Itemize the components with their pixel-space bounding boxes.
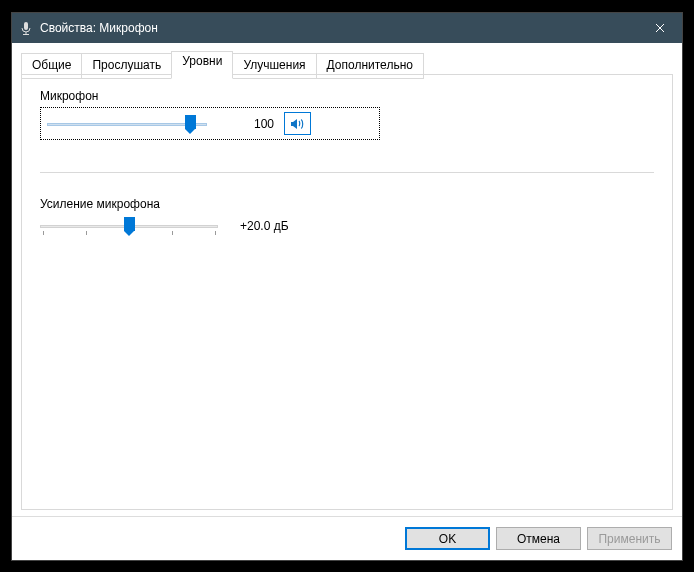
group-boost-label: Усиление микрофона: [40, 197, 654, 211]
boost-value: +20.0 дБ: [240, 219, 310, 233]
slider-tick: [215, 231, 216, 235]
dialog-buttons: OK Отмена Применить: [12, 516, 682, 560]
speaker-icon: [290, 117, 306, 131]
cancel-button[interactable]: Отмена: [496, 527, 581, 550]
microphone-slider-thumb[interactable]: [185, 115, 196, 129]
titlebar: Свойства: Микрофон: [12, 13, 682, 43]
tab-panel-levels: Микрофон 100 Ус: [21, 74, 673, 510]
svg-rect-0: [24, 22, 28, 30]
window-body: Общие Прослушать Уровни Улучшения Дополн…: [12, 43, 682, 560]
svg-rect-1: [26, 32, 27, 34]
microphone-value: 100: [219, 117, 274, 131]
boost-slider[interactable]: [40, 215, 218, 237]
group-microphone-label: Микрофон: [40, 89, 654, 103]
apply-button[interactable]: Применить: [587, 527, 672, 550]
close-icon: [655, 23, 665, 33]
tab-levels[interactable]: Уровни: [171, 51, 233, 79]
boost-slider-thumb[interactable]: [124, 217, 135, 231]
svg-rect-2: [23, 34, 29, 35]
window: Свойства: Микрофон Общие Прослушать Уров…: [11, 12, 683, 561]
slider-tick: [172, 231, 173, 235]
mic-icon: [18, 20, 34, 36]
microphone-control-row: 100: [40, 107, 380, 140]
ok-button[interactable]: OK: [405, 527, 490, 550]
slider-tick: [43, 231, 44, 235]
group-boost: Усиление микрофона +20.0 дБ: [40, 197, 654, 237]
close-button[interactable]: [637, 13, 682, 43]
divider: [40, 172, 654, 173]
slider-tick: [86, 231, 87, 235]
window-title: Свойства: Микрофон: [40, 21, 158, 35]
mute-button[interactable]: [284, 112, 311, 135]
microphone-slider[interactable]: [47, 113, 207, 135]
group-microphone: Микрофон 100: [40, 89, 654, 140]
